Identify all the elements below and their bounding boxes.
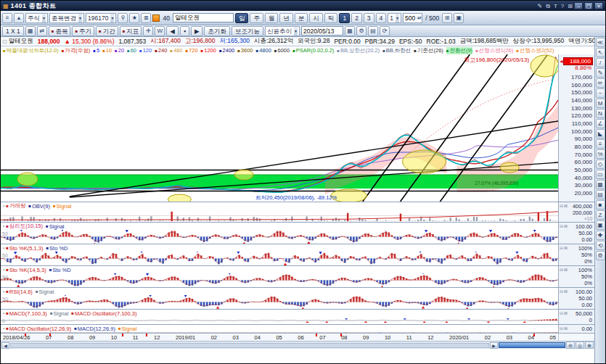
scroll-slider[interactable] bbox=[499, 342, 565, 348]
legend-item[interactable]: ■10 bbox=[102, 47, 112, 54]
tool-pattern-n-icon[interactable]: N bbox=[596, 109, 605, 118]
compare-icon[interactable]: ⇄ bbox=[37, 26, 47, 36]
pane-plot[interactable]: 50 bbox=[1, 230, 558, 244]
pane-legend-item[interactable]: ■Sto %D bbox=[46, 245, 67, 252]
search-icon[interactable]: ⚲ bbox=[118, 13, 128, 23]
tool-settings-icon[interactable]: ⚙ bbox=[596, 251, 605, 260]
pane-legend-item[interactable]: ■OBV(9) bbox=[28, 203, 50, 210]
legend-item[interactable]: ■60 bbox=[127, 47, 136, 54]
legend-item[interactable]: ■4800 bbox=[256, 47, 271, 54]
link-symbol-toggle[interactable]: ■종목 bbox=[49, 26, 71, 36]
legend-item[interactable]: ■240 bbox=[155, 47, 167, 54]
scroll-center-button[interactable]: ▪ bbox=[180, 26, 189, 36]
link-period-toggle[interactable]: ■주기 bbox=[72, 26, 94, 36]
symbol-name-input[interactable] bbox=[173, 13, 234, 22]
count-4-button[interactable]: 4 bbox=[376, 13, 387, 23]
pane-window-buttons[interactable]: ⊟⊠ bbox=[560, 203, 568, 208]
crosshair-icon[interactable]: ✛ bbox=[143, 26, 153, 36]
collapse-strip-icon[interactable]: ≪ bbox=[596, 38, 605, 47]
minimize-button[interactable]: – bbox=[574, 2, 583, 9]
close-button[interactable]: × bbox=[594, 2, 603, 9]
pane-legend-item[interactable]: ■MACD Oscillator(12,26,9) bbox=[6, 326, 71, 332]
symbol-code-combo-arrow-icon[interactable]: ▾ bbox=[110, 14, 114, 22]
pane-legend-item[interactable]: ■Signal bbox=[46, 223, 64, 230]
copy-window-icon[interactable]: ⧉ bbox=[546, 3, 550, 9]
pane-window-buttons[interactable]: ⊟⊠ bbox=[560, 267, 568, 272]
annotate-icon[interactable]: ✎ bbox=[538, 3, 543, 9]
count-1-button[interactable]: 1 bbox=[339, 13, 350, 23]
tool-line-icon[interactable]: / bbox=[596, 58, 605, 67]
tool-grid-icon[interactable]: ▦ bbox=[596, 180, 605, 189]
period-day-button[interactable]: 일 bbox=[235, 13, 249, 23]
legend-item[interactable]: ■120 bbox=[139, 47, 152, 54]
pane-legend-item[interactable]: ■Sto %D bbox=[49, 267, 71, 273]
pane-legend-item[interactable]: ■Signal bbox=[118, 326, 136, 332]
count-3-button[interactable]: 3 bbox=[364, 13, 374, 23]
tool-angle-icon[interactable]: ∠ bbox=[596, 119, 605, 128]
scroll-left-button[interactable]: ◀ bbox=[166, 26, 179, 36]
link-indicator-toggle[interactable]: ■지표 bbox=[120, 26, 142, 36]
tool-diamond-icon[interactable]: ◇ bbox=[596, 160, 605, 169]
pane-plot[interactable]: 50 bbox=[1, 295, 558, 309]
tool-rect-icon[interactable]: ▭ bbox=[596, 170, 605, 179]
credit-trend-select-arrow-icon[interactable]: ▾ bbox=[294, 27, 298, 36]
pane-window-buttons[interactable]: ⊟⊠ bbox=[560, 245, 568, 250]
legend-item[interactable]: ■BB,상한선(20,2) bbox=[337, 47, 380, 54]
period-tick-button[interactable]: 틱 bbox=[324, 13, 338, 23]
legend-item[interactable]: ■720 bbox=[185, 47, 197, 54]
main-chart-plot[interactable]: 최고196,800(2020/05/13)최저20,450(2019/08/06… bbox=[1, 54, 558, 202]
menu-icon[interactable]: ≡ bbox=[2, 13, 12, 23]
legend-item[interactable]: ■5 bbox=[93, 47, 99, 54]
date-input[interactable] bbox=[301, 26, 343, 36]
legend-item[interactable]: ■PSAR(0.02,0.2) bbox=[292, 47, 334, 54]
tool-list-icon[interactable]: ≡ bbox=[596, 139, 605, 149]
pane-window-buttons[interactable]: ⊟⊠ bbox=[560, 289, 568, 294]
legend-item[interactable]: ■전환선(9) bbox=[446, 47, 472, 54]
bar-count-spinner-arrows-icon[interactable]: ▴▾ bbox=[417, 16, 422, 20]
new-chart-icon[interactable]: ⊞ bbox=[442, 13, 452, 23]
pane-plot[interactable]: 50 bbox=[1, 273, 558, 287]
grid-icon[interactable]: ▦ bbox=[25, 26, 36, 36]
layout-icon[interactable]: ⊞ bbox=[568, 3, 573, 9]
zoom-in-icon[interactable]: ⊕ bbox=[585, 342, 594, 349]
settings-gear-icon[interactable]: ⚙ bbox=[356, 26, 367, 36]
pane-legend-item[interactable]: ■MACD(12,26,9) bbox=[74, 326, 115, 332]
pane-legend-item[interactable]: ■RSI(14,6) bbox=[6, 289, 33, 295]
tool-cursor-icon[interactable]: ↖ bbox=[596, 48, 605, 57]
credit-trend-select[interactable]: 신용추이▾ bbox=[265, 26, 300, 36]
pane-legend-item[interactable]: ■Signal bbox=[53, 203, 71, 210]
tool-zoom-z-icon[interactable]: Z bbox=[596, 210, 605, 220]
tool-rows-icon[interactable]: ▤ bbox=[596, 190, 605, 199]
legend-item[interactable]: ■20 bbox=[115, 47, 124, 54]
calendar-icon[interactable]: ▦ bbox=[345, 26, 355, 36]
tool-pen-icon[interactable]: ✎ bbox=[596, 68, 605, 78]
zoom-out-icon[interactable]: ⊖ bbox=[566, 342, 575, 349]
scroll-left-arrow[interactable]: ◀ bbox=[1, 342, 9, 349]
pane-window-buttons[interactable]: ⊟⊠ bbox=[560, 223, 568, 228]
pane-legend-item[interactable]: ■Signal bbox=[36, 289, 54, 295]
pane-legend-item[interactable]: ■MACD(7,100,3) bbox=[6, 310, 47, 317]
count-2-button[interactable]: 2 bbox=[351, 13, 362, 23]
grid-layout-button[interactable]: 1 X 1 bbox=[2, 26, 24, 36]
legend-item[interactable]: ■3600 bbox=[237, 47, 253, 54]
tool-add-icon[interactable]: ✚ bbox=[596, 231, 605, 240]
symbol-checkbox[interactable]: □ bbox=[3, 38, 7, 45]
legend-item[interactable]: ■선행스팬1(26) bbox=[475, 47, 513, 54]
pane-plot[interactable]: 50 bbox=[1, 252, 558, 265]
legend-item[interactable]: ■가격(수정) bbox=[62, 47, 91, 54]
legend-item[interactable]: ■기준선(26) bbox=[414, 47, 443, 54]
period-month-button[interactable]: 월 bbox=[265, 13, 279, 23]
pane-legend-item[interactable]: ■Signal bbox=[50, 310, 68, 317]
w-pattern-icon[interactable]: W bbox=[155, 26, 165, 36]
scroll-right-arrow[interactable]: ▶ bbox=[490, 342, 498, 349]
maximize-button[interactable]: ▢ bbox=[584, 2, 593, 9]
pane-legend-item[interactable]: ■거래량 bbox=[6, 202, 25, 210]
asset-type-select-arrow-icon[interactable]: ▾ bbox=[42, 14, 46, 22]
stock-list-icon[interactable]: ≣ bbox=[141, 13, 151, 23]
help-icon[interactable]: ? bbox=[561, 3, 564, 9]
pane-window-buttons[interactable]: ⊟⊠ bbox=[560, 326, 568, 331]
pane-legend-item[interactable]: ■Sto %K(14,5,3) bbox=[6, 267, 46, 273]
tool-pattern-m-icon[interactable]: M bbox=[596, 99, 605, 108]
asset-type-select[interactable]: 주식▾ bbox=[25, 13, 48, 23]
period-year-button[interactable]: 년 bbox=[279, 13, 293, 23]
